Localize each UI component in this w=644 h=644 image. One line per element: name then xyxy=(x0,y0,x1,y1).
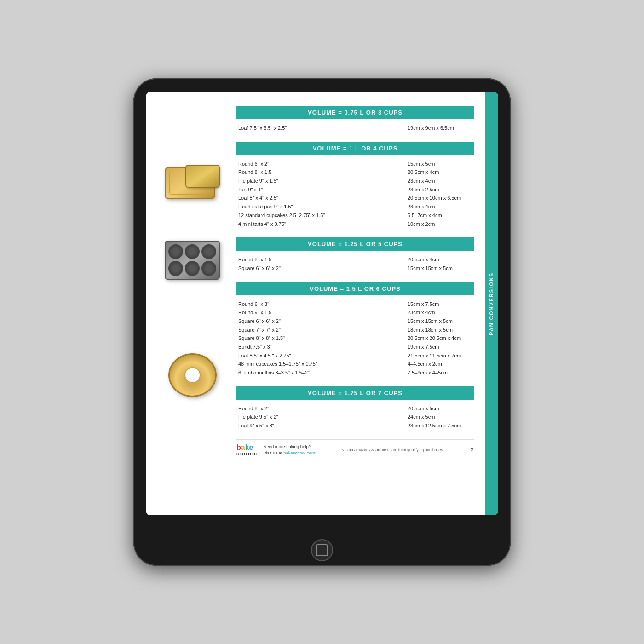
loaf-pan-image xyxy=(160,156,224,207)
metric-measure: 19cm x 9cm x 6.5cm xyxy=(408,124,472,132)
table-row: Pie plate 9.5" x 2" 24cm x 5cm xyxy=(238,413,472,421)
imperial-measure: Loaf 9" x 5" x 3" xyxy=(238,421,408,430)
table-row: Loaf 9" x 5" x 3" 23cm x 12.5cm x 7.5cm xyxy=(238,421,472,430)
table-row: 6 jumbo muffins 3–3.5" x 1.5–2" 7.5–9cm … xyxy=(238,368,472,377)
vol-header-075: VOLUME = 0.75 L or 3 CUPS xyxy=(236,106,474,119)
table-row: Loaf 8.5" x 4.5 " x 2.75" 21.5cm x 11.5c… xyxy=(238,351,472,360)
logo-letter-a: a xyxy=(241,443,245,451)
table-row: Loaf 7.5" x 3.5" x 2.5" 19cm x 9cm x 6.5… xyxy=(238,124,472,132)
imperial-measure: Pie plate 9" x 1.5" xyxy=(238,177,408,185)
images-column xyxy=(155,101,229,456)
table-row: Round 6" x 2" 15cm x 5cm xyxy=(238,160,472,168)
footer-disclaimer: *As an Amazon Associate I earn from qual… xyxy=(315,448,471,452)
imperial-measure: Round 8" x 1.5" xyxy=(238,168,408,177)
table-row: Round 8" x 1.5" 20.5cm x 4cm xyxy=(238,168,472,177)
table-row: 48 mini cupcakes 1.5–1.75" x 0.75" 4–4.5… xyxy=(238,360,472,368)
table-row: Round 9" x 1.5" 23cm x 4cm xyxy=(238,308,472,317)
metric-measure: 20.5cm x 20.5cm x 4cm xyxy=(408,334,472,343)
side-tab-label: PAN CONVERSIONS xyxy=(489,272,494,335)
imperial-measure: Square 7" x 7" x 2" xyxy=(238,326,408,334)
table-row: 4 mini tarts 4" x 0.75" 10cm x 2cm xyxy=(238,220,472,229)
logo-letter-e: e xyxy=(249,443,253,451)
metric-measure: 15cm x 15cm x 5cm xyxy=(408,317,472,326)
pan-items-1l: Round 6" x 2" 15cm x 5cm Round 8" x 1.5"… xyxy=(236,159,474,232)
side-tab: PAN CONVERSIONS xyxy=(485,92,498,515)
muffin-pan-image xyxy=(160,235,224,285)
table-row: Pie plate 9" x 1.5" 23cm x 4cm xyxy=(238,177,472,185)
imperial-measure: Loaf 8" x 4" x 2.5" xyxy=(238,194,408,202)
imperial-measure: Loaf 8.5" x 4.5 " x 2.75" xyxy=(238,351,408,360)
table-row: Tart 9" x 1" 23cm x 2.5cm xyxy=(238,185,472,194)
imperial-measure: 12 standard cupcakes 2.5–2.75" x 1.5" xyxy=(238,211,408,220)
metric-measure: 20.5cm x 5cm xyxy=(408,404,472,413)
vol-header-15: VOLUME = 1.5 L or 6 CUPS xyxy=(236,282,474,295)
imperial-measure: Loaf 7.5" x 3.5" x 2.5" xyxy=(238,124,408,132)
imperial-measure: Round 8" x 1.5" xyxy=(238,255,408,264)
imperial-measure: Heart cake pan 9" x 1.5" xyxy=(238,202,408,211)
metric-measure: 15cm x 5cm xyxy=(408,160,472,168)
volume-section-075: VOLUME = 0.75 L or 3 CUPS Loaf 7.5" x 3.… xyxy=(236,106,474,136)
imperial-measure: 48 mini cupcakes 1.5–1.75" x 0.75" xyxy=(238,360,408,368)
imperial-measure: Round 6" x 3" xyxy=(238,300,408,309)
vol-header-175: VOLUME = 1.75 L or 7 CUPS xyxy=(236,386,474,400)
metric-measure: 6.5–7cm x 4cm xyxy=(408,211,472,220)
imperial-measure: Square 8" x 8" x 1.5" xyxy=(238,334,408,343)
metric-measure: 23cm x 4cm xyxy=(408,308,472,317)
metric-measure: 20.5cm x 10cm x 6.5cm xyxy=(408,194,472,202)
imperial-measure: Square 6" x 6" x 2" xyxy=(238,317,408,326)
logo-letter-b: b xyxy=(236,443,241,451)
metric-measure: 24cm x 5cm xyxy=(408,413,472,421)
metric-measure: 20.5cm x 4cm xyxy=(408,255,472,264)
imperial-measure: 6 jumbo muffins 3–3.5" x 1.5–2" xyxy=(238,368,408,377)
logo-school: SCHOOL xyxy=(236,452,260,456)
table-row: Square 7" x 7" x 2" 18cm x 18cm x 5cm xyxy=(238,326,472,334)
table-row: Round 8" x 1.5" 20.5cm x 4cm xyxy=(238,255,472,264)
pan-items-075: Loaf 7.5" x 3.5" x 2.5" 19cm x 9cm x 6.5… xyxy=(236,123,474,136)
visit-text: Visit us at xyxy=(264,450,282,455)
imperial-measure: Bundt 7.5" x 3" xyxy=(238,343,408,351)
page-footer: bake SCHOOL Need more baking help? Visit… xyxy=(236,439,474,457)
bake-school-logo: bake SCHOOL xyxy=(236,443,260,456)
metric-measure: 15cm x 15cm x 5cm xyxy=(408,264,472,273)
pan-items-125: Round 8" x 1.5" 20.5cm x 4cm Square 6" x… xyxy=(236,254,474,276)
imperial-measure: 4 mini tarts 4" x 0.75" xyxy=(238,220,408,229)
metric-measure: 18cm x 18cm x 5cm xyxy=(408,326,472,334)
footer-brand: bake SCHOOL Need more baking help? Visit… xyxy=(236,443,315,457)
pan-items-15: Round 6" x 3" 15cm x 7.5cm Round 9" x 1.… xyxy=(236,299,474,381)
volume-section-175: VOLUME = 1.75 L or 7 CUPS Round 8" x 2" … xyxy=(236,386,474,434)
metric-measure: 23cm x 4cm xyxy=(408,202,472,211)
volume-section-1l: VOLUME = 1 L or 4 CUPS Round 6" x 2" 15c… xyxy=(236,142,474,232)
imperial-measure: Square 6" x 6" x 2" xyxy=(238,264,408,273)
table-row: Square 6" x 6" x 2" 15cm x 15cm x 5cm xyxy=(238,264,472,273)
vol-header-125: VOLUME = 1.25 L or 5 CUPS xyxy=(236,237,474,251)
right-column: VOLUME = 0.75 L or 3 CUPS Loaf 7.5" x 3.… xyxy=(236,101,474,456)
imperial-measure: Pie plate 9.5" x 2" xyxy=(238,413,408,421)
table-row: Loaf 8" x 4" x 2.5" 20.5cm x 10cm x 6.5c… xyxy=(238,194,472,202)
logo-letter-k: k xyxy=(245,443,249,451)
imperial-measure: Round 6" x 2" xyxy=(238,160,408,168)
metric-measure: 15cm x 7.5cm xyxy=(408,300,472,309)
metric-measure: 7.5–9cm x 4–5cm xyxy=(408,368,472,377)
imperial-measure: Round 8" x 2" xyxy=(238,404,408,413)
metric-measure: 20.5cm x 4cm xyxy=(408,168,472,177)
table-row: Round 8" x 2" 20.5cm x 5cm xyxy=(238,404,472,413)
table-row: 12 standard cupcakes 2.5–2.75" x 1.5" 6.… xyxy=(238,211,472,220)
metric-measure: 23cm x 2.5cm xyxy=(408,185,472,194)
metric-measure: 10cm x 2cm xyxy=(408,220,472,229)
metric-measure: 21.5cm x 11.5cm x 7cm xyxy=(408,351,472,360)
metric-measure: 23cm x 4cm xyxy=(408,177,472,185)
table-row: Square 6" x 6" x 2" 15cm x 15cm x 5cm xyxy=(238,317,472,326)
table-row: Bundt 7.5" x 3" 19cm x 7.5cm xyxy=(238,343,472,351)
metric-measure: 23cm x 12.5cm x 7.5cm xyxy=(408,421,472,430)
bakeschool-link[interactable]: bakeschool.com xyxy=(283,450,315,455)
imperial-measure: Round 9" x 1.5" xyxy=(238,308,408,317)
volume-section-15: VOLUME = 1.5 L or 6 CUPS Round 6" x 3" 1… xyxy=(236,282,474,381)
page-content: VOLUME = 0.75 L or 3 CUPS Loaf 7.5" x 3.… xyxy=(146,92,485,515)
imperial-measure: Tart 9" x 1" xyxy=(238,185,408,194)
home-button[interactable] xyxy=(311,539,333,561)
volume-section-125: VOLUME = 1.25 L or 5 CUPS Round 8" x 1.5… xyxy=(236,237,474,276)
table-row: Heart cake pan 9" x 1.5" 23cm x 4cm xyxy=(238,202,472,211)
page-number: 2 xyxy=(471,447,474,454)
need-help-text: Need more baking help? xyxy=(264,444,311,449)
metric-measure: 4–4.5cm x 2cm xyxy=(408,360,472,368)
